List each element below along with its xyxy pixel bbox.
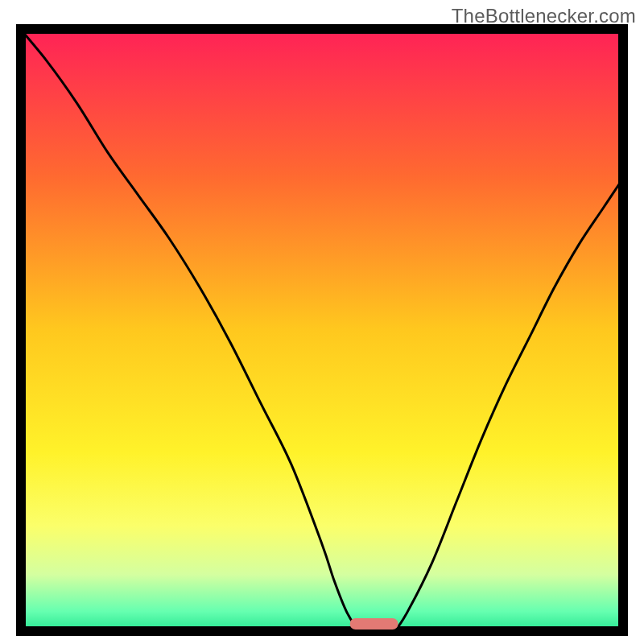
chart-container: TheBottlenecker.com xyxy=(0,0,644,644)
gradient-rect xyxy=(16,24,628,636)
plot-background xyxy=(16,24,628,636)
plot-frame xyxy=(16,24,628,636)
watermark-text: TheBottlenecker.com xyxy=(452,5,636,27)
optimal-marker xyxy=(349,618,398,630)
